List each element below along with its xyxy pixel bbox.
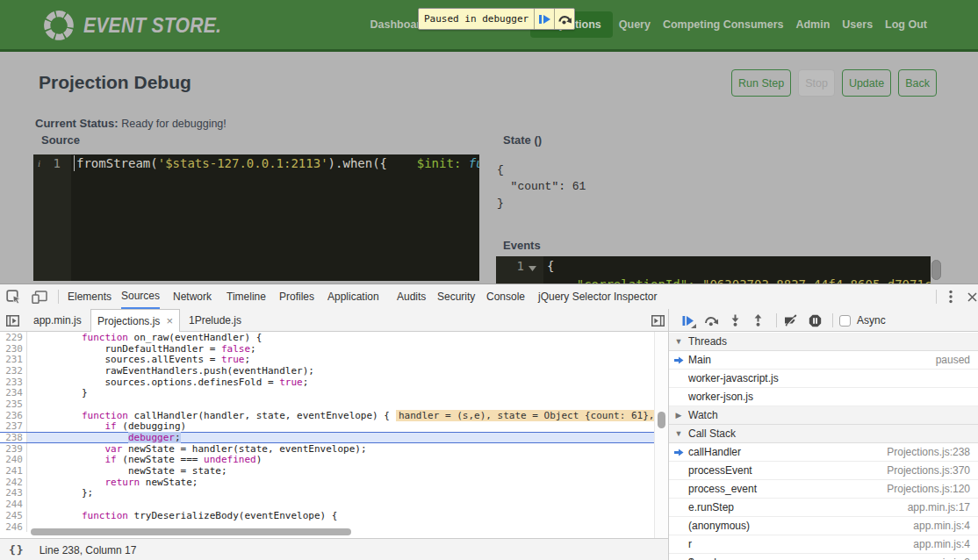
resume-button[interactable] xyxy=(682,309,694,332)
source-editor[interactable]: i 1 fromStream('$stats-127.0.0.1:2113').… xyxy=(33,154,479,281)
code-line-text: var newState = handler(state, eventEnvel… xyxy=(27,443,367,455)
code-line-237[interactable]: 237 if (debugging) xyxy=(0,421,654,433)
code-line-230[interactable]: 230 runDefaultHandler = false; xyxy=(0,343,654,355)
devtools-tab-jquery-selector-inspector[interactable]: jQuery Selector Inspector xyxy=(538,284,657,309)
nav-item-log-out[interactable]: Log Out xyxy=(879,11,933,38)
code-line-244[interactable]: 244 xyxy=(0,499,654,510)
fold-caret-icon[interactable] xyxy=(529,265,536,271)
stack-row--anonymous-[interactable]: (anonymous)app.min.js:4 xyxy=(669,517,978,535)
code-line-241[interactable]: 241 newState = state; xyxy=(0,465,654,477)
devtools-tab-application[interactable]: Application xyxy=(327,284,379,309)
devtools-tab-security[interactable]: Security xyxy=(437,284,475,309)
events-editor[interactable]: 1 { "correlationId": "06303703-8837-44f4… xyxy=(496,256,931,284)
nav-item-admin[interactable]: Admin xyxy=(789,11,836,38)
code-line-231[interactable]: 231 sources.allEvents = true; xyxy=(0,354,654,365)
events-line-1: { xyxy=(547,259,554,273)
code-line-239[interactable]: 239 var newState = handler(state, eventE… xyxy=(0,443,654,455)
file-tab-projections-js[interactable]: Projections.js× xyxy=(90,309,180,332)
code-line-number: 233 xyxy=(0,377,27,388)
stack-row-worker-javascript-js[interactable]: worker-javascript.js xyxy=(669,370,978,388)
pretty-print-icon[interactable]: {} xyxy=(9,543,25,556)
back-button[interactable]: Back xyxy=(898,69,937,97)
pause-on-exceptions-button[interactable] xyxy=(809,309,822,332)
update-button[interactable]: Update xyxy=(842,69,891,97)
async-checkbox[interactable] xyxy=(839,315,851,327)
stack-row-e-runstep[interactable]: e.runStepapp.min.js:17 xyxy=(669,499,978,517)
code-line-240[interactable]: 240 if (newState === undefined) xyxy=(0,455,654,466)
devtools-close-icon[interactable] xyxy=(964,289,978,305)
file-tab-label: 1Prelude.js xyxy=(189,314,241,327)
nav-item-users[interactable]: Users xyxy=(836,11,879,38)
devtools-tab-audits[interactable]: Audits xyxy=(397,284,426,309)
devtools-tab-sources[interactable]: Sources xyxy=(121,284,160,309)
devtools-tab-timeline[interactable]: Timeline xyxy=(227,284,266,309)
code-token: var xyxy=(104,443,122,455)
code-token: ) xyxy=(256,454,262,465)
resume-script-icon xyxy=(538,13,551,25)
code-line-text: }; xyxy=(27,488,93,499)
section-header-watch[interactable]: ▶Watch xyxy=(669,406,978,425)
file-tab-app-min-js[interactable]: app.min.js xyxy=(25,309,90,332)
stack-row-callhandler[interactable]: callHandlerProjections.js:238 xyxy=(669,443,978,462)
devtools-tab-profiles[interactable]: Profiles xyxy=(279,284,314,309)
file-tab-label: app.min.js xyxy=(33,314,82,327)
code-vertical-scrollbar[interactable] xyxy=(654,332,668,538)
code-line-236[interactable]: 236 function callHandler(handler, state,… xyxy=(0,410,654,421)
async-checkbox-label: Async xyxy=(857,309,886,332)
events-scrollbar-thumb[interactable] xyxy=(931,260,941,280)
code-line-245[interactable]: 245 function tryDeserializeBody(eventEnv… xyxy=(0,510,654,521)
source-code-pane[interactable]: 229 function on_raw(eventHandler) {230 r… xyxy=(0,332,654,538)
overlay-step-over-button[interactable] xyxy=(554,9,574,29)
section-header-call-stack[interactable]: ▼Call Stack xyxy=(669,425,978,443)
source-token xyxy=(461,156,468,170)
stack-row-processevent[interactable]: processEventProjections.js:370 xyxy=(669,462,978,480)
stack-row-worker-json-js[interactable]: worker-json.js xyxy=(669,388,978,406)
code-line-234[interactable]: 234 } xyxy=(0,387,654,398)
code-line-232[interactable]: 232 rawEventHandlers.push(eventHandler); xyxy=(0,365,654,377)
devtools-tab-console[interactable]: Console xyxy=(486,284,525,309)
step-out-button[interactable] xyxy=(753,309,763,332)
devtools-tab-elements[interactable]: Elements xyxy=(68,284,111,309)
devtools-tab-network[interactable]: Network xyxy=(173,284,212,309)
code-line-243[interactable]: 243 }; xyxy=(0,488,654,499)
file-tab-1prelude-js[interactable]: 1Prelude.js xyxy=(180,309,250,332)
device-toolbar-icon[interactable] xyxy=(32,289,47,305)
code-line-238[interactable]: 238 debugger; xyxy=(0,432,654,443)
section-header-threads[interactable]: ▼Threads xyxy=(669,333,978,351)
deactivate-breakpoints-button[interactable] xyxy=(784,309,799,332)
stack-row--each[interactable]: $.eachapp.min.js:2 xyxy=(669,554,978,560)
overlay-resume-button[interactable] xyxy=(534,9,554,29)
code-vertical-scrollbar-thumb[interactable] xyxy=(658,412,665,428)
code-line-242[interactable]: 242 return newState; xyxy=(0,477,654,488)
debugger-toolbar: Async xyxy=(669,309,978,332)
stack-row-process-event[interactable]: process_eventProjections.js:120 xyxy=(669,480,978,499)
run-step-button[interactable]: Run Step xyxy=(731,69,791,97)
stack-row-main[interactable]: Mainpaused xyxy=(669,351,978,370)
code-line-233[interactable]: 233 sources.options.definesFold = true; xyxy=(0,377,654,388)
code-token: true xyxy=(221,354,245,365)
event-store-logo[interactable]: EVENT STORE. xyxy=(42,8,234,43)
nav-item-competing-consumers[interactable]: Competing Consumers xyxy=(657,11,790,38)
section-title: Threads xyxy=(688,335,727,348)
debugger-toggle-icon[interactable] xyxy=(650,312,665,328)
code-token: } xyxy=(35,387,88,398)
text-caret xyxy=(74,155,75,171)
code-line-229[interactable]: 229 function on_raw(eventHandler) { xyxy=(0,332,654,343)
navigator-toggle-icon[interactable] xyxy=(4,312,20,328)
events-editor-gutter: 1 xyxy=(496,256,543,284)
inspect-element-icon[interactable] xyxy=(5,289,21,305)
devtools-menu-icon[interactable] xyxy=(943,289,959,305)
step-into-button[interactable] xyxy=(730,309,740,332)
row-location: app.min.js:2 xyxy=(913,556,978,560)
nav-item-query[interactable]: Query xyxy=(613,11,657,38)
code-token: rawEventHandlers.push(eventHandler); xyxy=(35,365,314,377)
code-horizontal-scrollbar-thumb[interactable] xyxy=(31,528,351,535)
code-token: if xyxy=(104,420,116,432)
debugger-sections: ▼ThreadsMainpausedworker-javascript.jswo… xyxy=(669,333,978,560)
code-line-235[interactable]: 235 xyxy=(0,398,654,410)
stack-row-r[interactable]: rapp.min.js:4 xyxy=(669,535,978,554)
page-title: Projection Debug xyxy=(39,72,191,93)
step-over-button[interactable] xyxy=(704,309,719,332)
file-tab-close-icon[interactable]: × xyxy=(166,315,173,327)
code-token xyxy=(35,420,104,432)
